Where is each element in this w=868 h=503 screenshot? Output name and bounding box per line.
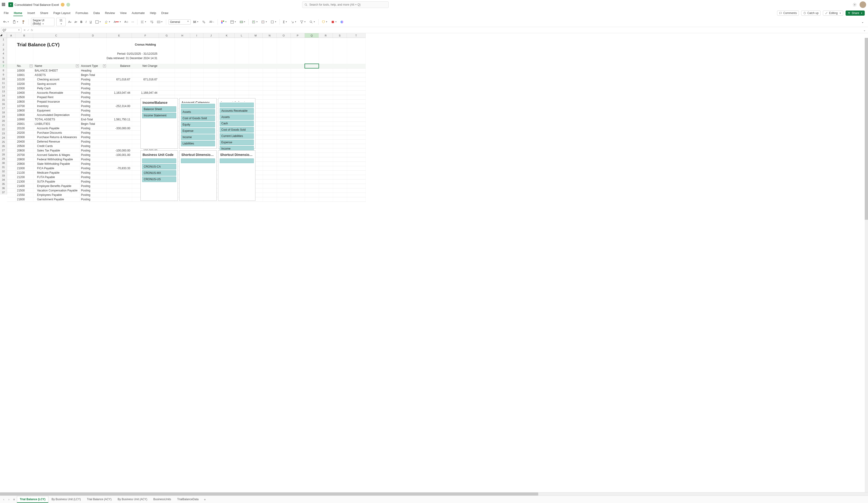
cell[interactable] xyxy=(7,95,16,99)
cell[interactable] xyxy=(7,179,16,184)
cell[interactable] xyxy=(347,126,365,131)
cell-no[interactable]: 10100 xyxy=(16,77,33,82)
cell[interactable] xyxy=(235,41,249,48)
sheet-nav-prev[interactable]: ‹ xyxy=(1,497,6,502)
cell[interactable] xyxy=(347,131,365,135)
cell[interactable] xyxy=(175,60,190,64)
slicer-item[interactable]: Liabilities xyxy=(181,141,215,146)
cell-account-type[interactable]: Posting xyxy=(80,108,106,113)
italic-button[interactable]: I xyxy=(85,20,87,24)
cell[interactable] xyxy=(347,82,365,86)
col-header-I[interactable]: I xyxy=(190,33,203,38)
cell[interactable] xyxy=(132,38,159,41)
cell[interactable] xyxy=(291,68,305,73)
formula-input[interactable] xyxy=(35,28,862,32)
cell[interactable] xyxy=(7,197,16,202)
cell-name[interactable]: Federal Withholding Payable xyxy=(33,157,80,162)
cell-account-type[interactable]: Posting xyxy=(80,157,106,162)
cell[interactable] xyxy=(333,41,347,48)
cell[interactable] xyxy=(263,135,277,139)
slicer-item[interactable]: CRONUS-MX xyxy=(142,170,176,176)
cell[interactable] xyxy=(159,86,175,91)
cell[interactable] xyxy=(190,82,203,86)
cell[interactable] xyxy=(347,153,365,157)
format-table-button[interactable]: ▼ xyxy=(229,19,237,24)
cell-name[interactable]: Purchase Discounts xyxy=(33,131,80,135)
cell[interactable] xyxy=(277,86,291,91)
cell[interactable] xyxy=(291,104,305,108)
cell[interactable] xyxy=(291,148,305,153)
cell-balance[interactable] xyxy=(106,99,132,104)
cell[interactable] xyxy=(333,197,347,202)
cell[interactable] xyxy=(159,91,175,95)
cell[interactable] xyxy=(16,56,33,60)
menu-file[interactable]: File xyxy=(3,10,9,16)
cell[interactable] xyxy=(7,73,16,77)
cell[interactable] xyxy=(305,68,319,73)
slicer[interactable]: Account CategoryAssetsCost of Goods Sold… xyxy=(179,98,217,148)
cell[interactable] xyxy=(249,60,263,64)
report-title[interactable]: Trial Balance (LCY) xyxy=(16,41,106,48)
cell[interactable] xyxy=(291,60,305,64)
cell[interactable] xyxy=(235,68,249,73)
cell[interactable] xyxy=(305,153,319,157)
find-button[interactable]: ▼ xyxy=(309,19,316,24)
sort-filter-button[interactable]: ▼ xyxy=(299,19,307,24)
cell[interactable] xyxy=(7,153,16,157)
cell[interactable] xyxy=(277,82,291,86)
cell[interactable] xyxy=(291,179,305,184)
cell[interactable] xyxy=(277,188,291,193)
cell[interactable] xyxy=(7,51,16,56)
cell-balance[interactable]: -100,000.00 xyxy=(106,148,132,153)
cell[interactable] xyxy=(263,82,277,86)
table-header-balance[interactable]: Balance xyxy=(106,64,132,68)
cell-balance[interactable]: 1,581,750.11 xyxy=(106,117,132,122)
cell[interactable] xyxy=(249,86,263,91)
merge-button[interactable]: ▼ xyxy=(156,19,164,24)
cell[interactable] xyxy=(305,188,319,193)
cell-balance[interactable] xyxy=(106,86,132,91)
row-header[interactable]: 17 xyxy=(0,106,7,110)
cell[interactable] xyxy=(305,95,319,99)
cell[interactable] xyxy=(291,122,305,126)
cell[interactable] xyxy=(175,86,190,91)
cell-balance[interactable] xyxy=(106,184,132,188)
cell-name[interactable]: State Withholding Payable xyxy=(33,162,80,166)
cell[interactable] xyxy=(319,91,333,95)
cell-balance[interactable]: 1,163,047.44 xyxy=(106,91,132,95)
cell[interactable] xyxy=(7,126,16,131)
sensitivity-button[interactable]: ▼ xyxy=(321,19,328,24)
cell[interactable] xyxy=(319,157,333,162)
cell[interactable] xyxy=(263,131,277,135)
cell[interactable] xyxy=(333,135,347,139)
cell[interactable] xyxy=(263,113,277,117)
cell[interactable] xyxy=(190,73,203,77)
cell[interactable] xyxy=(319,131,333,135)
filter-dropdown-icon[interactable]: ▾ xyxy=(30,64,32,67)
name-box[interactable]: Q7▼ xyxy=(1,28,21,32)
cell[interactable] xyxy=(16,51,33,56)
cell[interactable] xyxy=(347,86,365,91)
cell[interactable] xyxy=(319,148,333,153)
row-header[interactable]: 6 xyxy=(0,60,7,64)
cell[interactable] xyxy=(277,104,291,108)
cell[interactable] xyxy=(7,162,16,166)
font-name-select[interactable]: Segoe UI (Body) ▼ xyxy=(31,18,54,26)
cell[interactable] xyxy=(347,38,365,41)
cell-name[interactable]: Inventory xyxy=(33,104,80,108)
sheet-tab[interactable]: By Business Unit (ACY) xyxy=(114,496,150,503)
cell[interactable] xyxy=(7,104,16,108)
sheet-tab[interactable]: TrialBalanceData xyxy=(174,496,202,503)
cell[interactable] xyxy=(7,41,16,48)
clear-button[interactable]: ▼ xyxy=(290,19,297,24)
cell[interactable] xyxy=(263,41,277,48)
cell[interactable] xyxy=(277,153,291,157)
cell[interactable] xyxy=(277,139,291,144)
cell-net-change[interactable]: 671,016.67 xyxy=(132,77,159,82)
cell[interactable] xyxy=(159,77,175,82)
sheet-tab[interactable]: Trial Balance (ACY) xyxy=(84,496,115,503)
cell-account-type[interactable]: Posting xyxy=(80,77,106,82)
cell[interactable] xyxy=(249,64,263,68)
cell[interactable] xyxy=(16,60,33,64)
cell[interactable] xyxy=(7,64,16,68)
